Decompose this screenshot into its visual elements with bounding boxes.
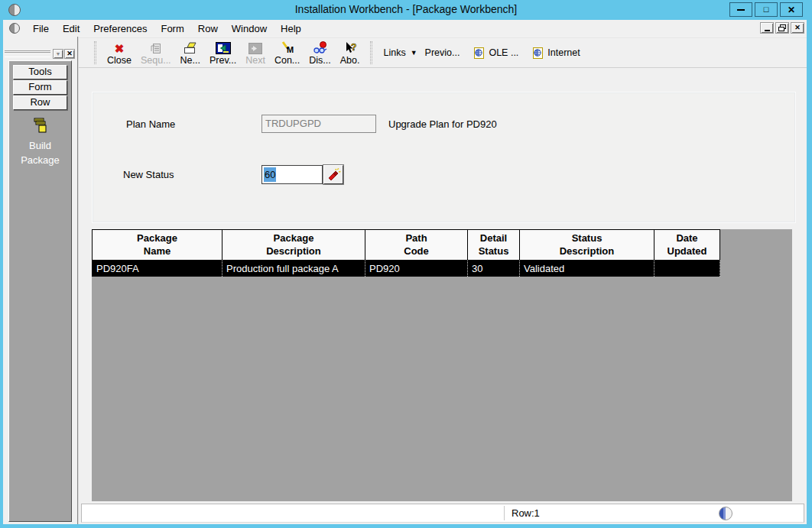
cursor-help-icon: ? [343, 41, 357, 54]
toolbar-grip-2[interactable] [370, 41, 372, 64]
title-bar: Installation Workbench - [Package Workbe… [0, 0, 812, 20]
selected-text: 60 [264, 167, 276, 182]
close-button[interactable]: ✕ [780, 2, 803, 17]
plan-name-description: Upgrade Plan for PD920 [388, 118, 497, 130]
toolbar-button-continue[interactable]: M Con... [270, 38, 304, 67]
links-chevron-down-icon[interactable]: ▼ [411, 50, 417, 57]
build-package-label: Build Package [9, 139, 71, 168]
plan-name-input: TRDUPGPD [261, 115, 376, 133]
build-package-icon [31, 118, 50, 134]
links-group: Links ▼ Previo... OLE ... [378, 47, 580, 60]
visual-assist-button[interactable] [323, 165, 343, 184]
toolbar-button-about[interactable]: ? Abo. [336, 38, 365, 67]
plan-name-label: Plan Name [126, 118, 175, 130]
mdi-window-controls: ✕ [760, 22, 804, 34]
mdi-close-button[interactable]: ✕ [791, 22, 804, 34]
grid-cell-date-updated[interactable] [654, 261, 720, 277]
toolbar-button-previous[interactable]: Prev... [205, 38, 241, 67]
header-form-panel: Plan Name TRDUPGPD Upgrade Plan for PD92… [92, 92, 796, 223]
grid-cell-path-code[interactable]: PD920 [365, 261, 468, 277]
new-status-label: New Status [123, 169, 174, 180]
minimize-icon [737, 9, 745, 11]
ole-button[interactable]: OLE ... [473, 47, 518, 60]
menu-item-preferences[interactable]: Preferences [86, 21, 154, 37]
next-icon [248, 43, 262, 54]
sequence-icon [150, 42, 162, 54]
flashlight-icon [326, 168, 341, 182]
grid-header-package-description[interactable]: Package Description [222, 230, 365, 261]
form-workspace: Plan Name TRDUPGPD Upgrade Plan for PD92… [79, 69, 807, 502]
previous-icon [216, 42, 231, 54]
grid-panel: Package Name Package Description Path Co… [92, 229, 792, 501]
close-icon: ✕ [788, 5, 795, 15]
application-window: Installation Workbench - [Package Workbe… [0, 0, 812, 528]
grid-cell-detail-status[interactable]: 30 [468, 261, 520, 277]
workspace: ▼ ✕ Tools Form Row [3, 37, 807, 524]
svg-text:M: M [287, 45, 294, 54]
row-counter: Row:1 [512, 507, 540, 519]
sidebar-tab-form[interactable]: Form [13, 80, 67, 95]
menu-item-file[interactable]: File [26, 21, 56, 37]
close-x-icon: ✖ [115, 43, 125, 54]
maximize-icon: □ [764, 5, 769, 14]
ole-document-globe-icon [473, 47, 485, 60]
grid-cell-package-name[interactable]: PD920FA [93, 261, 222, 277]
results-grid: Package Name Package Description Path Co… [92, 229, 720, 277]
client-area: File Edit Preferences Form Row Window He… [3, 20, 807, 524]
grid-cell-status-description[interactable]: Validated [520, 261, 654, 277]
build-package-button[interactable]: Build Package [9, 118, 71, 168]
exit-bar-dropdown-button[interactable]: ▼ [53, 49, 63, 59]
previous-link-button[interactable]: Previo... [425, 47, 460, 58]
menu-item-row[interactable]: Row [191, 21, 225, 37]
content-area: ✖ Close Sequ [77, 37, 807, 524]
mdi-restore-icon [778, 24, 786, 31]
menu-item-edit[interactable]: Edit [56, 21, 86, 37]
pencil-m-icon: M [281, 41, 294, 54]
internet-label: Internet [547, 47, 580, 58]
exit-bar: Tools Form Row Build Package [8, 60, 72, 522]
links-button[interactable]: Links [383, 47, 405, 58]
exit-bar-grip[interactable] [5, 50, 50, 57]
menu-item-form[interactable]: Form [154, 21, 190, 37]
grid-header-date-updated[interactable]: Date Updated [654, 230, 720, 261]
menu-item-window[interactable]: Window [225, 21, 274, 37]
exit-bar-close-button[interactable]: ✕ [64, 49, 75, 59]
exit-bar-zone: ▼ ✕ Tools Form Row [3, 37, 77, 524]
toolbar-button-display[interactable]: Dis... [304, 38, 335, 67]
toolbar-button-new[interactable]: Ne... [176, 38, 205, 67]
menu-bar: File Edit Preferences Form Row Window He… [3, 20, 807, 37]
internet-button[interactable]: Internet [532, 47, 580, 60]
grid-header-package-name[interactable]: Package Name [93, 230, 222, 261]
sidebar-tab-row[interactable]: Row [13, 96, 67, 110]
grid-cell-package-description[interactable]: Production full package A [222, 261, 365, 277]
svg-text:?: ? [351, 42, 356, 53]
new-envelope-icon [183, 41, 198, 54]
toolbar-button-sequence: Sequ... [136, 38, 176, 67]
glasses-icon [313, 41, 328, 54]
sidebar-tab-tools[interactable]: Tools [13, 65, 67, 79]
menu-item-help[interactable]: Help [274, 21, 308, 37]
mdi-close-icon: ✕ [794, 24, 801, 31]
system-menu-icon[interactable] [9, 23, 20, 34]
maximize-button[interactable]: □ [755, 2, 778, 17]
ole-label: OLE ... [489, 47, 518, 58]
status-globe-icon [719, 507, 732, 520]
grid-header-detail-status[interactable]: Detail Status [468, 230, 520, 261]
status-divider [504, 506, 505, 520]
chevron-down-icon: ▼ [56, 51, 61, 57]
mdi-minimize-button[interactable] [760, 22, 774, 34]
grid-header-status-description[interactable]: Status Description [520, 230, 654, 261]
toolbar: ✖ Close Sequ [79, 37, 807, 68]
window-controls: □ ✕ [729, 2, 803, 17]
grid-header-path-code[interactable]: Path Code [365, 230, 468, 261]
status-bar: Row:1 [81, 504, 804, 523]
mdi-restore-button[interactable] [775, 22, 789, 34]
toolbar-grip[interactable] [94, 41, 96, 64]
new-status-input[interactable]: 60 [261, 165, 323, 184]
exit-bar-tabs: Tools Form Row [9, 61, 71, 110]
window-title: Installation Workbench - [Package Workbe… [0, 3, 812, 15]
exit-bar-close-icon: ✕ [67, 50, 73, 57]
minimize-button[interactable] [729, 2, 752, 17]
internet-document-globe-icon [532, 47, 544, 60]
toolbar-button-close[interactable]: ✖ Close [102, 38, 136, 67]
